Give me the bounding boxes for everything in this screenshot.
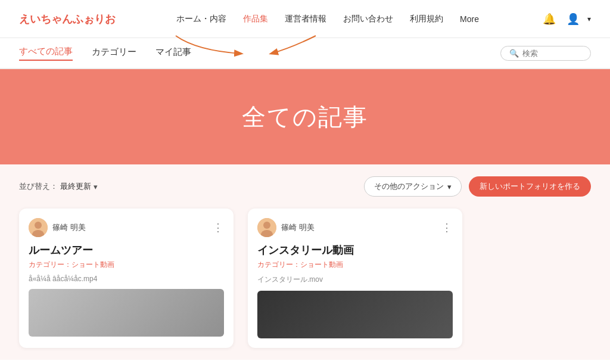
svg-point-4 [263,222,270,229]
search-icon: 🔍 [509,49,519,58]
sub-nav: すべての記事 カテゴリー マイ記事 🔍 [0,38,610,69]
other-actions-chevron-icon: ▾ [447,182,452,191]
content-area: 並び替え： 最終更新 ▾ その他のアクション ▾ 新しいポートフォリオを作る [0,164,610,360]
hero-title: 全ての記事 [242,101,368,133]
svg-point-1 [35,222,42,229]
nav-item-home[interactable]: ホーム・内容 [176,14,226,24]
card-1-title: ルームツアー [29,243,224,257]
sub-nav-all-articles[interactable]: すべての記事 [19,46,73,61]
main-nav: ホーム・内容 作品集 運営者情報 お問い合わせ 利用規約 More [176,14,479,24]
hero-section: 全ての記事 [0,69,610,164]
logo: えいちゃんふぉりお [19,12,116,26]
sort-control[interactable]: 並び替え： 最終更新 ▾ [19,181,98,192]
nav-more-button[interactable]: More [460,14,479,24]
search-input[interactable] [522,49,582,58]
card-2-header: 篠崎 明美 ⋮ [257,218,453,237]
nav-item-operator[interactable]: 運営者情報 [285,14,326,24]
card-1: 篠崎 明美 ⋮ ルームツアー カテゴリー：ショート動画 å«å¼å âåcå¼å… [19,209,234,348]
card-1-menu-icon[interactable]: ⋮ [213,221,224,234]
card-1-thumbnail [29,289,224,337]
card-2-category: カテゴリー：ショート動画 [257,260,453,270]
card-2-menu-icon[interactable]: ⋮ [441,221,453,234]
header-icons: 🔔 👤 ▾ [540,10,591,29]
card-2-author-name: 篠崎 明美 [281,222,315,233]
card-1-filename: å«å¼å âåcå¼åc.mp4 [29,275,224,283]
card-1-author: 篠崎 明美 [29,218,86,237]
card-1-category: カテゴリー：ショート動画 [29,260,224,270]
sub-nav-category[interactable]: カテゴリー [92,46,136,60]
card-2-avatar [257,218,276,237]
card-2-author: 篠崎 明美 [257,218,315,237]
sort-label-text: 並び替え： [19,181,58,192]
card-1-avatar [29,218,48,237]
card-1-header: 篠崎 明美 ⋮ [29,218,224,237]
card-2-filename: インスタリール.mov [257,275,453,285]
cards-row: 篠崎 明美 ⋮ ルームツアー カテゴリー：ショート動画 å«å¼å âåcå¼å… [19,209,591,348]
header: えいちゃんふぉりお ホーム・内容 作品集 運営者情報 お問い合わせ 利用規約 M… [0,0,610,38]
nav-item-contact[interactable]: お問い合わせ [343,14,393,24]
new-portfolio-button[interactable]: 新しいポートフォリオを作る [469,176,591,197]
card-2: 篠崎 明美 ⋮ インスタリール動画 カテゴリー：ショート動画 インスタリール.m… [248,209,462,348]
search-box[interactable]: 🔍 [500,46,591,61]
content-toolbar: 並び替え： 最終更新 ▾ その他のアクション ▾ 新しいポートフォリオを作る [19,176,591,197]
nav-item-works[interactable]: 作品集 [243,14,268,24]
sort-chevron-icon: ▾ [94,182,98,191]
other-actions-label: その他のアクション [374,181,444,192]
sort-value: 最終更新 [60,181,91,192]
other-actions-button[interactable]: その他のアクション ▾ [364,176,462,197]
card-2-title: インスタリール動画 [257,243,453,257]
toolbar-right: その他のアクション ▾ 新しいポートフォリオを作る [364,176,591,197]
card-2-thumbnail [257,291,453,338]
notification-icon[interactable]: 🔔 [540,10,559,29]
nav-item-terms[interactable]: 利用規約 [410,14,443,24]
sub-nav-my-articles[interactable]: マイ記事 [155,46,191,60]
user-avatar-icon[interactable]: 👤 [564,10,583,29]
chevron-down-icon[interactable]: ▾ [587,15,591,23]
card-1-author-name: 篠崎 明美 [52,222,86,233]
